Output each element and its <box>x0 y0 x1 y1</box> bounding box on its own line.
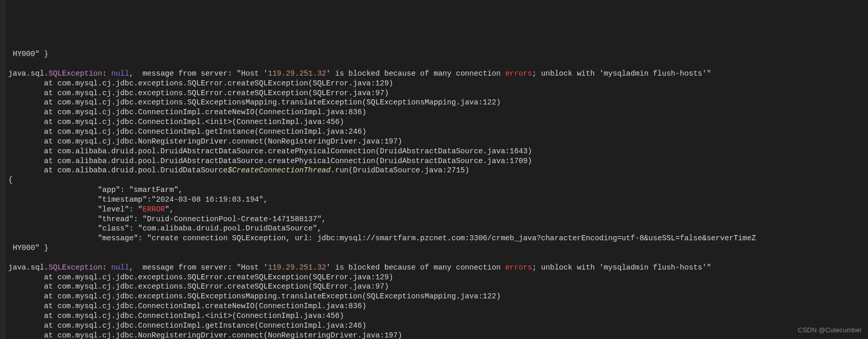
log-line: "timestamp":"2024-03-08 16:19:03.194", <box>8 195 868 205</box>
log-line: at com.mysql.cj.jdbc.exceptions.SQLExcep… <box>8 292 868 301</box>
log-line: at com.alibaba.druid.pool.DruidDataSourc… <box>8 166 868 175</box>
gutter <box>0 0 5 339</box>
log-line: at com.mysql.cj.jdbc.exceptions.SQLError… <box>8 79 868 88</box>
log-line: at com.mysql.cj.jdbc.NonRegisteringDrive… <box>8 331 868 339</box>
log-line: at com.mysql.cj.jdbc.ConnectionImpl.getI… <box>8 321 868 331</box>
log-line: "message": "create connection SQLExcepti… <box>8 234 868 243</box>
log-line: java.sql.SQLException: null, message fro… <box>8 69 868 79</box>
log-line: at com.mysql.cj.jdbc.ConnectionImpl.getI… <box>8 127 868 137</box>
log-line <box>8 59 868 69</box>
log-line: at com.mysql.cj.jdbc.exceptions.SQLError… <box>8 282 868 292</box>
log-line: at com.mysql.cj.jdbc.exceptions.SQLError… <box>8 273 868 282</box>
log-line: at com.mysql.cj.jdbc.ConnectionImpl.<ini… <box>8 311 868 321</box>
log-line: at com.mysql.cj.jdbc.ConnectionImpl.crea… <box>8 108 868 117</box>
log-line: at com.mysql.cj.jdbc.ConnectionImpl.<ini… <box>8 117 868 127</box>
log-line: at com.mysql.cj.jdbc.ConnectionImpl.crea… <box>8 301 868 311</box>
log-line: "class": "com.alibaba.druid.pool.DruidDa… <box>8 224 868 234</box>
log-line: HY000" } <box>8 243 868 253</box>
log-line <box>8 253 868 263</box>
log-line: HY000" } <box>8 49 868 59</box>
log-line: "level": "ERROR", <box>8 205 868 215</box>
log-line: "thread": "Druid-ConnectionPool-Create-1… <box>8 215 868 224</box>
log-line: at com.mysql.cj.jdbc.exceptions.SQLExcep… <box>8 98 868 108</box>
log-line: { <box>8 175 868 185</box>
watermark: CSDN @Cutecumber <box>798 326 862 335</box>
log-content[interactable]: HY000" } java.sql.SQLException: null, me… <box>0 48 868 339</box>
log-line: java.sql.SQLException: null, message fro… <box>8 263 868 273</box>
log-line: "app": "smartFarm", <box>8 185 868 195</box>
log-line: at com.mysql.cj.jdbc.NonRegisteringDrive… <box>8 137 868 147</box>
log-line: at com.alibaba.druid.pool.DruidAbstractD… <box>8 156 868 166</box>
log-line: at com.alibaba.druid.pool.DruidAbstractD… <box>8 147 868 156</box>
log-line: at com.mysql.cj.jdbc.exceptions.SQLError… <box>8 88 868 98</box>
